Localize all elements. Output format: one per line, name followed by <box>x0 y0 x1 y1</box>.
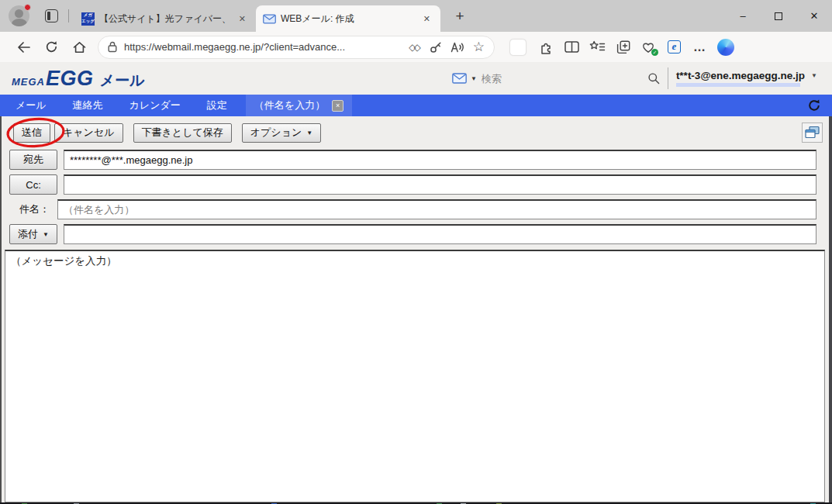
cc-input[interactable] <box>64 174 816 195</box>
to-button[interactable]: 宛先 <box>9 150 57 170</box>
browser-tab-webmail-compose[interactable]: WEBメール: 作成 ✕ <box>256 5 440 32</box>
search-input[interactable] <box>482 73 647 85</box>
browser-toolbar: https://webmail.megaegg.ne.jp/?client=ad… <box>0 32 832 62</box>
profile-avatar[interactable] <box>9 5 29 26</box>
extension-blank-icon[interactable] <box>510 40 526 55</box>
account-menu[interactable]: t**t-3@ene.megaegg.ne.jp ▼ <box>676 70 817 87</box>
compose-tab-close-icon[interactable]: × <box>332 100 344 112</box>
save-draft-button[interactable]: 下書きとして保存 <box>133 123 232 143</box>
tab-close-icon[interactable]: ✕ <box>236 12 249 26</box>
message-body-textarea[interactable]: （メッセージを入力） <box>5 250 825 502</box>
compose-action-row: 送信 キャンセル 下書きとして保存 オプション▼ <box>2 120 829 145</box>
compose-tab[interactable]: （件名を入力） × <box>246 95 352 116</box>
logo-mega-text: MEGA <box>12 76 45 88</box>
attach-caret-icon: ▼ <box>43 231 49 238</box>
options-button[interactable]: オプション▼ <box>242 123 321 143</box>
tab-actions-icon[interactable] <box>45 9 58 22</box>
cancel-button[interactable]: キャンセル <box>54 123 123 143</box>
cc-button[interactable]: Cc: <box>9 174 57 195</box>
search-magnifier-icon[interactable] <box>647 72 660 85</box>
send-button[interactable]: 送信 <box>13 123 50 143</box>
search-scope-caret-icon[interactable]: ▼ <box>471 75 477 82</box>
nav-mail[interactable]: メール <box>5 95 57 116</box>
cc-row: Cc: <box>9 174 816 195</box>
webmail-navbar: メール 連絡先 カレンダー 設定 （件名を入力） × <box>0 95 832 116</box>
maximize-icon <box>775 12 782 20</box>
ie-mode-icon[interactable]: e <box>661 36 687 59</box>
mail-search-box[interactable]: ▼ <box>452 72 660 85</box>
lock-icon <box>108 41 117 53</box>
minimize-button[interactable]: – <box>725 0 761 32</box>
url-text[interactable]: https://webmail.megaegg.ne.jp/?client=ad… <box>124 41 400 53</box>
settings-menu-icon[interactable]: … <box>687 36 713 59</box>
close-window-button[interactable]: ✕ <box>796 0 832 32</box>
back-button[interactable] <box>9 36 37 59</box>
attach-row: 添付▼ <box>9 224 816 244</box>
notification-dot-icon <box>24 4 31 11</box>
options-caret-icon: ▼ <box>306 129 312 136</box>
account-underline <box>676 83 800 87</box>
tab-close-icon[interactable]: ✕ <box>420 12 433 26</box>
read-aloud-icon[interactable] <box>451 41 464 53</box>
address-bar[interactable]: https://webmail.megaegg.ne.jp/?client=ad… <box>98 36 495 59</box>
webmail-refresh-button[interactable] <box>807 98 821 112</box>
browser-titlebar: メガエッグ 【公式サイト】光ファイバー、インターネッ ✕ WEBメール: 作成 … <box>0 0 832 32</box>
split-screen-icon[interactable] <box>559 36 585 59</box>
add-favorite-star-icon[interactable]: ☆ <box>473 39 485 55</box>
webmail-header: MEGA EGG メール ▼ t**t-3@ene.megaegg.ne.jp … <box>0 62 832 95</box>
maximize-button[interactable] <box>761 0 796 32</box>
search-scope-envelope-icon[interactable] <box>452 73 467 84</box>
password-key-icon[interactable] <box>430 41 442 54</box>
new-tab-button[interactable]: + <box>450 8 470 25</box>
browser-essentials-icon[interactable]: ✓ <box>636 36 661 59</box>
attach-button[interactable]: 添付▼ <box>9 224 57 244</box>
home-button[interactable] <box>65 36 93 59</box>
compose-tab-label: （件名を入力） <box>254 98 325 112</box>
logo-egg-text: EGG <box>46 67 94 91</box>
extensions-puzzle-icon[interactable] <box>533 36 559 59</box>
nav-contacts[interactable]: 連絡先 <box>62 95 114 116</box>
to-input[interactable] <box>64 150 816 170</box>
megaegg-favicon-icon: メガエッグ <box>81 12 95 26</box>
collections-icon[interactable] <box>610 36 636 59</box>
nav-settings[interactable]: 設定 <box>196 95 238 116</box>
popout-window-button[interactable] <box>802 123 823 143</box>
envelope-favicon-icon <box>263 14 276 24</box>
favorites-list-icon[interactable] <box>585 36 610 59</box>
subject-row: 件名： <box>9 199 816 219</box>
header-divider <box>668 67 668 89</box>
to-row: 宛先 <box>9 150 816 170</box>
compose-pane: 送信 キャンセル 下書きとして保存 オプション▼ 宛先 Cc: 件名： <box>0 116 832 502</box>
attach-input[interactable] <box>64 224 816 244</box>
logo-mail-text: メール <box>100 71 145 91</box>
browser-tab-megaegg-site[interactable]: メガエッグ 【公式サイト】光ファイバー、インターネッ ✕ <box>74 5 256 32</box>
tabbar-separator <box>68 9 69 22</box>
subject-input[interactable] <box>57 199 816 219</box>
tab-title: 【公式サイト】光ファイバー、インターネッ <box>99 12 231 26</box>
popout-windows-icon <box>804 126 820 140</box>
subject-label: 件名： <box>9 202 57 216</box>
megaegg-logo: MEGA EGG メール <box>12 67 144 91</box>
copilot-icon[interactable] <box>713 36 738 59</box>
account-email-text: t**t-3@ene.megaegg.ne.jp <box>676 70 805 81</box>
window-controls: – ✕ <box>725 0 832 32</box>
nav-calendar[interactable]: カレンダー <box>119 95 192 116</box>
tab-title: WEBメール: 作成 <box>281 12 416 26</box>
enhanced-security-icon[interactable]: ◇◇ <box>409 42 420 53</box>
refresh-button[interactable] <box>37 36 65 59</box>
essentials-check-icon: ✓ <box>651 49 658 56</box>
account-caret-icon[interactable]: ▼ <box>811 72 817 79</box>
